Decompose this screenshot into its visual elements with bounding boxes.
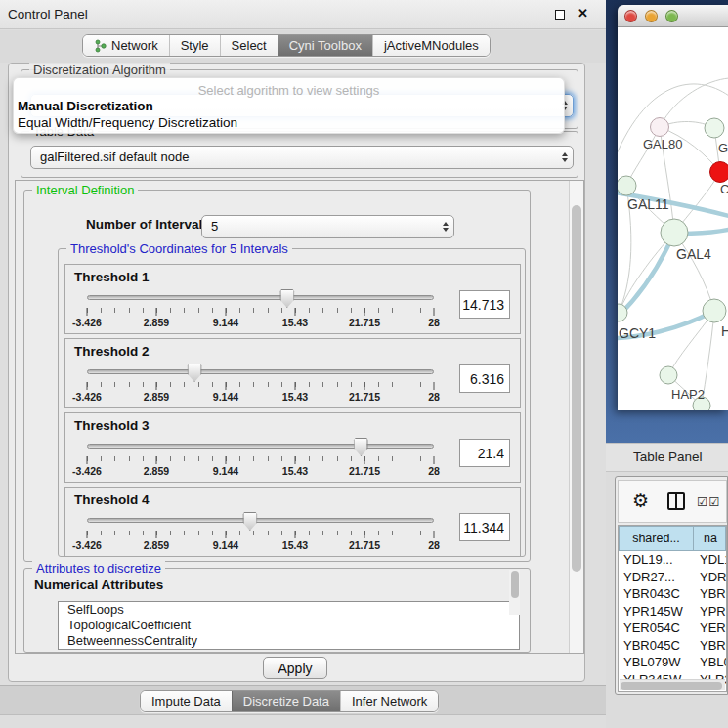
tab-jactivemnodules[interactable]: jActiveMNodules bbox=[372, 35, 490, 56]
slider-thumb[interactable] bbox=[279, 289, 294, 308]
right-pane: GAL80 G C GAL11 GAL4 GCY1 H HAP2 Table P… bbox=[606, 0, 728, 728]
tab-cyni-toolbox[interactable]: Cyni Toolbox bbox=[278, 35, 372, 56]
bottom-tab-bar: Impute Data Discretize Data Infer Networ… bbox=[140, 690, 439, 712]
threshold-3-value[interactable] bbox=[459, 439, 510, 467]
scrollbar-thumb[interactable] bbox=[511, 571, 519, 598]
panel-title: Control Panel bbox=[8, 0, 88, 29]
list-item[interactable]: BetweennessCentrality bbox=[59, 633, 519, 649]
column-header-shared-name[interactable]: shared... bbox=[619, 526, 694, 551]
tab-network[interactable]: Network bbox=[83, 35, 169, 56]
tab-select-label: Select bbox=[232, 38, 267, 53]
slider-tick-labels: -3.4262.8599.14415.4321.71528 bbox=[87, 317, 434, 328]
number-of-intervals-label: Number of Intervals bbox=[86, 217, 210, 232]
table-header-row: shared... na bbox=[619, 526, 726, 551]
table-row[interactable]: YBR045C YBR0 bbox=[619, 637, 726, 655]
threshold-2-value[interactable] bbox=[459, 364, 510, 393]
apply-button[interactable]: Apply bbox=[263, 657, 327, 679]
threshold-2-panel: Threshold 2 -3.4262.8599.14415.4321.7152… bbox=[64, 338, 521, 408]
tab-jactivemnodules-label: jActiveMNodules bbox=[384, 38, 479, 53]
node-label-gal80: GAL80 bbox=[643, 137, 682, 151]
node-top-right[interactable] bbox=[705, 118, 724, 138]
window-zoom-button[interactable] bbox=[665, 10, 678, 22]
algorithm-dropdown: Select algorithm to view settings Manual… bbox=[13, 77, 565, 134]
tab-discretize-data[interactable]: Discretize Data bbox=[232, 691, 340, 711]
slider-thumb[interactable] bbox=[354, 438, 368, 456]
node-gal4[interactable] bbox=[661, 219, 688, 246]
lower-gray-area bbox=[606, 696, 728, 728]
node-right[interactable] bbox=[703, 299, 726, 322]
node-gal11[interactable] bbox=[618, 176, 636, 195]
tab-infer-network[interactable]: Infer Network bbox=[340, 691, 438, 711]
slider-ticks bbox=[87, 531, 434, 539]
combo-stepper-icon bbox=[443, 222, 449, 232]
threshold-1-panel: Threshold 1 -3.4262.8599.14415.4321.7152… bbox=[64, 264, 521, 334]
slider-track[interactable] bbox=[87, 518, 434, 523]
scrollbar-thumb[interactable] bbox=[572, 205, 581, 572]
numerical-attributes-list[interactable]: SelfLoops TopologicalCoefficient Between… bbox=[58, 601, 520, 650]
node-label-gal4: GAL4 bbox=[676, 246, 711, 262]
columns-icon[interactable] bbox=[667, 492, 685, 510]
vertical-scrollbar[interactable] bbox=[569, 181, 583, 653]
float-icon[interactable] bbox=[555, 10, 565, 20]
table-row[interactable]: YDL19... YDL1 bbox=[619, 551, 726, 569]
tab-cyni-toolbox-label: Cyni Toolbox bbox=[289, 38, 362, 53]
list-scrollbar[interactable] bbox=[509, 570, 520, 615]
dropdown-hint: Select algorithm to view settings bbox=[14, 83, 564, 98]
control-panel-titlebar: Control Panel ✕ bbox=[0, 0, 606, 29]
control-panel: Control Panel ✕ Network Style bbox=[0, 0, 606, 728]
scrollbar-thumb[interactable] bbox=[621, 682, 722, 690]
table-data-combo[interactable]: galFiltered.sif default node bbox=[30, 146, 574, 169]
close-icon[interactable]: ✕ bbox=[578, 6, 588, 21]
tab-impute-data-label: Impute Data bbox=[151, 694, 221, 708]
column-header-name[interactable]: na bbox=[694, 526, 726, 551]
node-label-hap2: HAP2 bbox=[671, 387, 705, 402]
slider-thumb[interactable] bbox=[188, 364, 202, 382]
node-gal80[interactable] bbox=[651, 118, 669, 137]
select-columns-icon[interactable]: ☑☑ bbox=[697, 494, 720, 509]
combo-stepper-icon bbox=[562, 152, 568, 162]
table-rows: YDL19... YDL1 YDR27... YDR2 YBR043C YBR0 bbox=[619, 551, 726, 692]
threshold-1-value[interactable] bbox=[459, 290, 510, 319]
threshold-3-panel: Threshold 3 -3.4262.8599.14415.4321.7152… bbox=[64, 412, 521, 483]
threshold-4-value[interactable] bbox=[459, 513, 510, 541]
node-label-gal11: GAL11 bbox=[627, 196, 669, 212]
table-row[interactable]: YBL079W YBL0 bbox=[619, 654, 726, 671]
threshold-2-label: Threshold 2 bbox=[74, 344, 150, 359]
table-row[interactable]: YBR043C YBR0 bbox=[619, 585, 726, 603]
slider-thumb[interactable] bbox=[242, 512, 257, 531]
list-item[interactable]: SelfLoops bbox=[59, 602, 519, 618]
node-hap2[interactable] bbox=[660, 366, 677, 384]
table-row[interactable]: YDR27... YDR2 bbox=[619, 569, 726, 586]
table-row[interactable]: YPR145W YPR1 bbox=[619, 603, 726, 621]
window-close-button[interactable] bbox=[624, 10, 637, 22]
slider-track[interactable] bbox=[87, 295, 434, 300]
list-item[interactable]: TopologicalCoefficient bbox=[59, 618, 519, 633]
tab-select[interactable]: Select bbox=[220, 35, 278, 56]
edge bbox=[619, 233, 674, 313]
threshold-1-label: Threshold 1 bbox=[74, 270, 150, 284]
cyni-toolbox-content: Discretization Algorithm Select algorith… bbox=[8, 63, 585, 682]
threshold-2-slider[interactable] bbox=[87, 364, 434, 382]
network-view[interactable]: GAL80 G C GAL11 GAL4 GCY1 H HAP2 bbox=[618, 27, 728, 410]
dropdown-option-equal-width[interactable]: Equal Width/Frequency Discretization bbox=[18, 115, 237, 130]
number-of-intervals-combo[interactable]: 5 bbox=[201, 215, 454, 238]
settings-gear-icon[interactable]: ⚙ bbox=[632, 490, 649, 513]
threshold-1-slider[interactable] bbox=[87, 290, 434, 308]
threshold-3-slider[interactable] bbox=[87, 439, 434, 456]
table-panel: ⚙ ☑☑ shared... na YDL19... YDL1 bbox=[615, 476, 728, 695]
tab-discretize-data-label: Discretize Data bbox=[243, 694, 329, 708]
number-of-intervals-value: 5 bbox=[211, 219, 218, 234]
node-red[interactable] bbox=[710, 162, 728, 183]
tab-style[interactable]: Style bbox=[169, 35, 220, 56]
dropdown-option-manual[interactable]: Manual Discretization bbox=[18, 99, 153, 113]
window-minimize-button[interactable] bbox=[645, 10, 658, 22]
threshold-4-panel: Threshold 4 -3.4262.8599.14415.4321.7152… bbox=[64, 487, 521, 557]
slider-ticks bbox=[87, 382, 434, 391]
threshold-4-label: Threshold 4 bbox=[74, 492, 150, 507]
table-row[interactable]: YER054C YER0 bbox=[619, 620, 726, 637]
slider-track[interactable] bbox=[87, 369, 434, 374]
tab-impute-data[interactable]: Impute Data bbox=[141, 691, 232, 711]
horizontal-scrollbar[interactable] bbox=[620, 679, 725, 690]
threshold-4-slider[interactable] bbox=[87, 513, 434, 531]
slider-track[interactable] bbox=[87, 444, 434, 449]
